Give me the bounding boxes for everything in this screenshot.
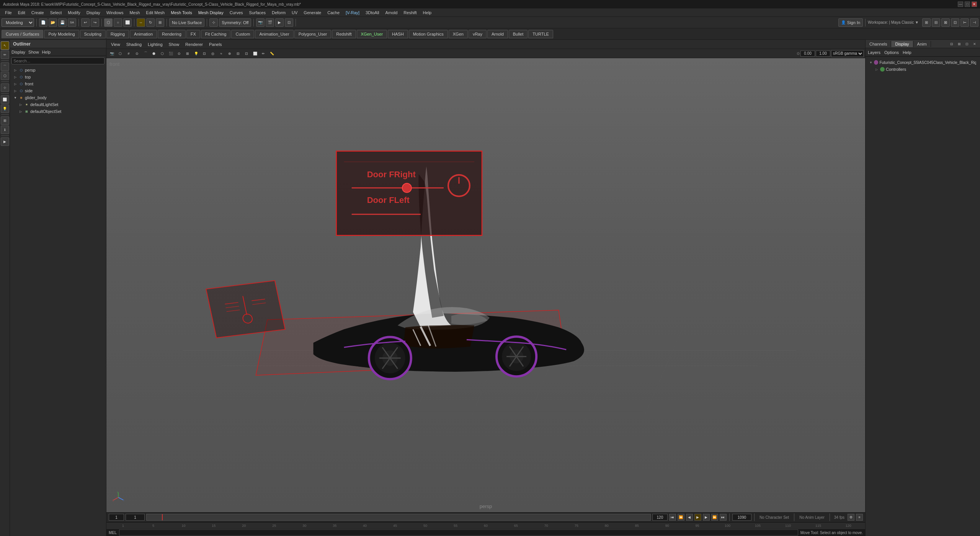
symmetry-off-button[interactable]: Symmetry: Off <box>219 18 251 27</box>
prev-key-button[interactable]: ⏪ <box>678 514 684 521</box>
menu-create[interactable]: Create <box>29 10 47 16</box>
vp-texture-icon[interactable]: ⊞ <box>184 50 191 57</box>
scale-tool-button[interactable]: ⊞ <box>156 18 164 27</box>
shelf-tab-xgen-user[interactable]: XGen_User <box>357 30 387 38</box>
viewport-area[interactable]: Door FRight Door FLeft front <box>106 58 865 512</box>
shelf-tab-turtle[interactable]: TURTLE <box>528 30 553 38</box>
vp-light-icon[interactable]: 💡 <box>192 50 200 57</box>
rt-icon-1[interactable]: ⊟ <box>949 41 955 47</box>
undo-button[interactable]: ↩ <box>81 18 90 27</box>
animation-prefs-button[interactable]: ≡ <box>856 514 863 521</box>
maximize-button[interactable]: □ <box>965 2 970 7</box>
vp-xray-icon[interactable]: ⊡ <box>243 50 250 57</box>
layout-toggle-1[interactable]: ⊟ <box>932 18 940 27</box>
vp-menu-lighting[interactable]: Lighting <box>145 41 165 47</box>
shelf-tab-arnold[interactable]: Arnold <box>487 30 508 38</box>
rotate-tool-button[interactable]: ↻ <box>146 18 155 27</box>
lasso-tool-button[interactable]: ○ <box>114 18 122 27</box>
shelf-tab-hash[interactable]: HASH <box>388 30 408 38</box>
save-file-button[interactable]: 💾 <box>58 18 67 27</box>
rt-icon-2[interactable]: ⊠ <box>956 41 962 47</box>
options-tab[interactable]: Options <box>884 50 899 55</box>
vp-menu-renderer[interactable]: Renderer <box>183 41 205 47</box>
info-side[interactable]: ℹ <box>1 126 9 134</box>
timeline-scrubber[interactable] <box>146 514 651 521</box>
snap-tool-side[interactable]: ⊹ <box>1 83 9 92</box>
shelf-tab-motiongfx[interactable]: Motion Graphics <box>409 30 448 38</box>
curve-tool-side[interactable]: ⌒ <box>1 62 9 71</box>
open-file-button[interactable]: 📂 <box>49 18 57 27</box>
mel-input[interactable] <box>119 529 798 536</box>
vp-paint-icon[interactable]: ✏ <box>260 50 267 57</box>
shelf-tab-rendering[interactable]: Rendering <box>158 30 186 38</box>
sign-in-button[interactable]: 👤 Sign In <box>838 18 863 27</box>
vp-menu-show[interactable]: Show <box>167 41 182 47</box>
menu-3dtoall[interactable]: 3DtoAll <box>363 10 382 16</box>
layout-toggle-4[interactable]: ⊢ <box>960 18 969 27</box>
shelf-tab-rigging[interactable]: Rigging <box>106 30 129 38</box>
menu-arnold[interactable]: Arnold <box>383 10 400 16</box>
minimize-button[interactable]: — <box>958 2 963 7</box>
tree-item-top[interactable]: ▷ ⬡ top <box>10 74 106 80</box>
vp-shadow-icon[interactable]: ⊡ <box>201 50 208 57</box>
next-frame-button[interactable]: ▶ <box>703 514 710 521</box>
quad-tool-side[interactable]: ⊞ <box>1 116 9 125</box>
vp-measure-icon[interactable]: 📏 <box>268 50 276 57</box>
menu-modify[interactable]: Modify <box>65 10 83 16</box>
select-tool-button[interactable]: ⬡ <box>104 18 113 27</box>
play-end-button[interactable]: ⏭ <box>720 514 727 521</box>
shelf-tab-animation[interactable]: Animation <box>130 30 157 38</box>
layout-toggle-2[interactable]: ⊠ <box>941 18 950 27</box>
rt-icon-3[interactable]: ⊡ <box>964 41 970 47</box>
frame-settings-button[interactable]: ⚙ <box>848 514 854 521</box>
shelf-tab-fitcaching[interactable]: Fit Caching <box>201 30 231 38</box>
shelf-tab-custom[interactable]: Custom <box>231 30 254 38</box>
gamma-input[interactable] <box>816 51 830 57</box>
menu-edit-mesh[interactable]: Edit Mesh <box>143 10 167 16</box>
shelf-tab-fx[interactable]: FX <box>186 30 200 38</box>
save-as-button[interactable]: SA <box>68 18 76 27</box>
menu-mesh-tools[interactable]: Mesh Tools <box>168 10 194 16</box>
outliner-search-input[interactable] <box>11 57 105 64</box>
shelf-tab-curves[interactable]: Curves / Surfaces <box>2 30 43 38</box>
vp-grid-icon[interactable]: # <box>125 50 132 57</box>
anim-tab[interactable]: Anim <box>913 41 931 47</box>
prev-frame-button[interactable]: ◀ <box>686 514 693 521</box>
display-render-button[interactable]: ⊡ <box>285 18 293 27</box>
tree-item-lightset[interactable]: ▷ ☀ defaultLightSet <box>10 101 106 108</box>
frame-current-input[interactable] <box>126 514 145 521</box>
mode-dropdown[interactable]: Modeling Rigging Animation FX Rendering <box>2 18 34 27</box>
layout-toggle-5[interactable]: ⊣ <box>970 18 978 27</box>
right-panel-toggle[interactable]: ⊞ <box>922 18 931 27</box>
menu-generate[interactable]: Generate <box>301 10 324 16</box>
channels-tab[interactable]: Channels <box>866 41 891 47</box>
range-end-input[interactable] <box>732 514 751 521</box>
outliner-menu-help[interactable]: Help <box>42 50 51 54</box>
select-tool-side[interactable]: ↖ <box>1 41 9 50</box>
play-start-button[interactable]: ⏮ <box>669 514 676 521</box>
layout-toggle-3[interactable]: ⊡ <box>951 18 959 27</box>
menu-deform[interactable]: Deform <box>269 10 288 16</box>
play-button[interactable]: ▶ <box>694 514 701 521</box>
vp-menu-shading[interactable]: Shading <box>124 41 144 47</box>
menu-edit[interactable]: Edit <box>15 10 28 16</box>
vp-hud-icon[interactable]: ⊟ <box>234 50 242 57</box>
layers-tab[interactable]: Layers <box>868 50 880 55</box>
menu-select[interactable]: Select <box>47 10 65 16</box>
vp-shader2-icon[interactable]: ⊙ <box>175 50 183 57</box>
frame-end-input[interactable] <box>652 514 668 521</box>
shelf-tab-sculpting[interactable]: Sculpting <box>80 30 106 38</box>
exposure-input[interactable] <box>800 51 815 57</box>
shelf-tab-vray[interactable]: vRay <box>469 30 487 38</box>
paint-select-button[interactable]: ⬜ <box>123 18 132 27</box>
vp-isolate-icon[interactable]: ⊙ <box>133 50 141 57</box>
menu-uv[interactable]: UV <box>289 10 300 16</box>
vp-menu-view[interactable]: View <box>109 41 122 47</box>
redo-button[interactable]: ↪ <box>91 18 99 27</box>
menu-surfaces[interactable]: Surfaces <box>247 10 268 16</box>
vp-ao-icon[interactable]: ◎ <box>209 50 217 57</box>
paint-tool-side[interactable]: ✏ <box>1 51 9 59</box>
color-space-select[interactable]: sRGB gamma <box>831 50 864 57</box>
menu-reshift[interactable]: Reshift <box>401 10 419 16</box>
ipr-button[interactable]: ▶ <box>275 18 284 27</box>
